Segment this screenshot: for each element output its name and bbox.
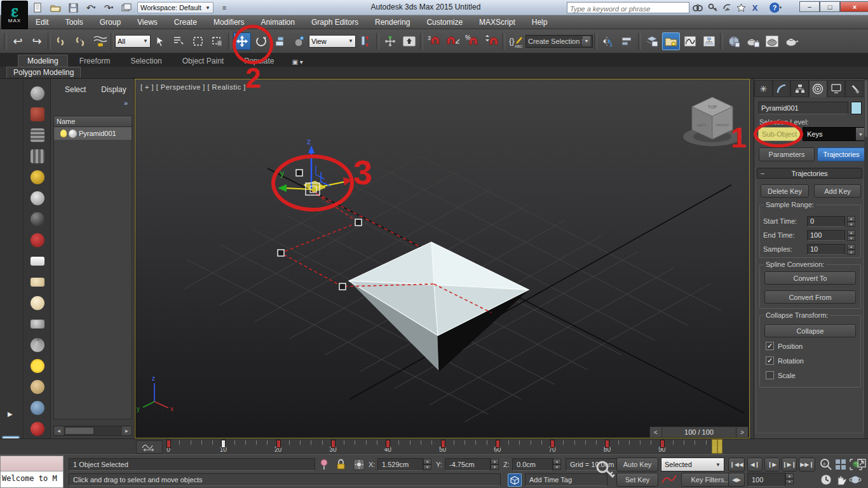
spinner-snap-toggle-icon[interactable] — [482, 32, 500, 50]
timeline-key-0[interactable] — [166, 440, 171, 448]
samples-spinner[interactable]: ▲▼ — [847, 244, 855, 255]
expand-arrow-icon[interactable]: ▶ — [8, 410, 13, 417]
menu-edit[interactable]: Edit — [36, 18, 49, 27]
project-folder-icon[interactable] — [119, 2, 133, 13]
timeline-key-70[interactable] — [550, 440, 555, 448]
previous-frame-arrow[interactable]: < — [650, 427, 661, 437]
select-and-manipulate-toggle-icon[interactable] — [381, 32, 399, 50]
y-coord-spinner[interactable]: ▲▼ — [491, 459, 499, 470]
menu-tools[interactable]: Tools — [65, 18, 83, 27]
trajectories-rollout-header[interactable]: − Trajectories — [757, 168, 862, 179]
scene-explorer-toggle-icon[interactable] — [662, 32, 680, 50]
x-coord-spinner[interactable]: ▲▼ — [423, 459, 431, 470]
icon-cherries[interactable] — [29, 421, 46, 437]
next-frame-icon[interactable]: ❙▶❙ — [782, 458, 797, 471]
icon-cone[interactable] — [29, 337, 46, 353]
favorites-star-icon[interactable] — [735, 2, 747, 13]
open-file-icon[interactable] — [48, 2, 62, 13]
ribbon-minimize-icon[interactable]: ▣ ▾ — [286, 57, 309, 67]
pan-view-hand-icon[interactable] — [834, 473, 847, 488]
checkbox-rotation[interactable] — [766, 356, 774, 365]
tab-utilities[interactable] — [845, 80, 864, 97]
visibility-bulb-icon[interactable] — [60, 130, 67, 137]
auto-key-button[interactable]: Auto Key — [616, 458, 658, 471]
communication-center-icon[interactable] — [721, 2, 733, 13]
absolute-offset-toggle-icon[interactable] — [353, 459, 365, 473]
tab-motion[interactable] — [809, 80, 827, 97]
menu-customize[interactable]: Customize — [426, 18, 463, 27]
timeline-key-10[interactable] — [221, 440, 226, 448]
redo-scene-icon[interactable]: ↪ — [28, 32, 46, 50]
tab-display[interactable] — [827, 80, 846, 97]
help-search[interactable] — [567, 2, 689, 13]
ribbon-tab-selection[interactable]: Selection — [121, 55, 170, 67]
zoom-all-icon[interactable] — [834, 458, 847, 473]
select-and-link-icon[interactable] — [53, 32, 71, 50]
maximize-viewport-toggle-icon[interactable] — [857, 459, 866, 470]
timeline-key-20[interactable] — [276, 440, 281, 448]
menu-create[interactable]: Create — [174, 18, 197, 27]
z-coord-spinner[interactable]: ▲▼ — [553, 459, 561, 470]
timeline-key-40[interactable] — [386, 440, 390, 448]
time-slider[interactable] — [712, 439, 722, 454]
welcome-window-titlebar[interactable] — [1, 456, 63, 471]
trajectories-tab-button[interactable]: Trajectories — [817, 147, 865, 161]
command-panel-scrollbar[interactable] — [864, 79, 868, 438]
application-menu-button[interactable]: Ɜ MAX — [1, 1, 28, 29]
end-time-spinner[interactable]: ▲▼ — [847, 230, 855, 241]
icon-grid-list[interactable] — [29, 127, 46, 144]
timeline-key-80[interactable] — [605, 440, 609, 448]
schematic-view-icon[interactable] — [700, 32, 718, 50]
align-icon[interactable] — [618, 32, 636, 50]
collapse-rollout-icon[interactable]: − — [757, 170, 768, 177]
manage-layers-icon[interactable] — [643, 32, 661, 50]
undo-icon[interactable]: ↶▾ — [84, 2, 98, 13]
timeline-ruler[interactable]: 0102030405060708090100 — [135, 439, 750, 455]
scene-object-row-pyramid001[interactable]: Pyramid001 — [54, 127, 132, 140]
selected-brackets-toggle-icon[interactable] — [508, 473, 522, 487]
icon-polygon-sphere[interactable] — [29, 85, 46, 102]
viewport-label[interactable]: [ + ] [ Perspective ] [ Realistic ] — [140, 83, 246, 91]
bind-to-space-warp-icon[interactable] — [91, 32, 109, 50]
toolbar-options-icon[interactable]: ≡ — [217, 2, 231, 13]
curve-editor-icon[interactable] — [681, 32, 699, 50]
next-frame-arrow[interactable]: > — [736, 427, 748, 437]
scene-explorer-select-menu[interactable]: Select — [65, 85, 86, 94]
orbit-view-icon[interactable] — [849, 473, 862, 488]
key-filter-scope-dropdown[interactable]: Selected▼ — [661, 458, 724, 471]
start-time-field[interactable]: 0 — [807, 216, 845, 227]
icon-sun[interactable] — [29, 358, 46, 374]
convert-from-button[interactable]: Convert From — [764, 290, 856, 304]
menu-graph-editors[interactable]: Graph Editors — [311, 18, 358, 27]
icon-plane[interactable] — [29, 253, 46, 269]
select-by-name-icon[interactable] — [170, 32, 188, 50]
select-and-manipulate-icon[interactable] — [290, 32, 308, 50]
parameters-tab-button[interactable]: Parameters — [759, 147, 815, 161]
object-name-field[interactable]: Pyramid001 — [758, 102, 848, 114]
convert-to-button[interactable]: Convert To — [764, 271, 856, 285]
start-time-spinner[interactable]: ▲▼ — [847, 216, 855, 227]
minimize-button[interactable]: − — [799, 1, 820, 12]
scene-explorer-expander[interactable]: » — [124, 99, 128, 107]
sub-object-level-dropdown[interactable]: Keys▼ — [803, 127, 866, 141]
menu-help[interactable]: Help — [532, 18, 548, 27]
rendered-frame-window-icon[interactable] — [763, 32, 781, 50]
percent-snap-toggle-icon[interactable]: % — [463, 32, 481, 50]
set-key-button[interactable]: Set Key — [616, 473, 658, 487]
checkbox-position[interactable] — [766, 342, 774, 350]
menu-modifiers[interactable]: Modifiers — [214, 18, 245, 27]
ribbon-tab-object-paint[interactable]: Object Paint — [173, 55, 233, 67]
use-pivot-point-icon[interactable] — [356, 32, 374, 50]
rectangular-selection-region-icon[interactable] — [189, 32, 207, 50]
icon-tan-sphere[interactable] — [29, 379, 46, 395]
undo-scene-icon[interactable]: ↩ — [9, 32, 27, 50]
menu-rendering[interactable]: Rendering — [375, 18, 410, 27]
exchange-apps-icon[interactable]: X — [749, 2, 761, 13]
icon-dark-sphere[interactable] — [29, 211, 46, 227]
icon-cream-sphere[interactable] — [29, 295, 46, 311]
render-production-icon[interactable] — [782, 32, 800, 50]
collapse-button[interactable]: Collapse — [764, 324, 856, 337]
current-frame-spinner[interactable]: ▲▼ — [785, 473, 794, 484]
go-to-start-icon[interactable]: ❙◀◀ — [728, 458, 745, 471]
unlink-selection-icon[interactable] — [72, 32, 90, 50]
